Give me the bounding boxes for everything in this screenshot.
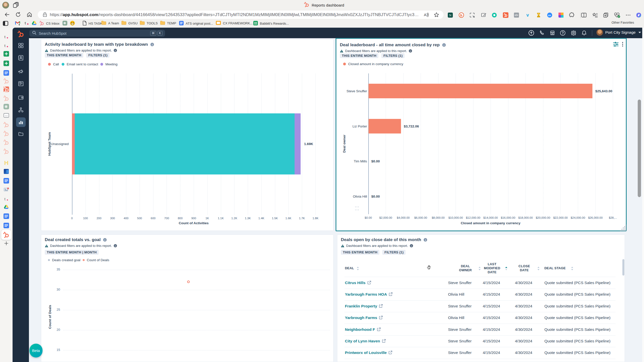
bookmark-item[interactable]: TOOLS xyxy=(140,21,158,26)
bookmark-item[interactable]: HS TASK xyxy=(82,21,102,26)
sort-icon[interactable] xyxy=(571,266,574,272)
notifications-icon[interactable] xyxy=(580,29,588,37)
filter-chip[interactable]: FILTERS (1) xyxy=(86,53,109,58)
column-header[interactable]: DEAL xyxy=(345,266,354,270)
bookmark-item[interactable] xyxy=(32,21,37,26)
ext-orange-icon[interactable]: b xyxy=(458,12,465,18)
info-icon[interactable]: i xyxy=(103,238,107,242)
sort-icon[interactable] xyxy=(537,266,540,272)
edge-sidebar-item-chatgpt[interactable]: ❋ xyxy=(3,103,10,110)
ext-collections-icon[interactable] xyxy=(602,12,609,18)
edge-sidebar-item-bluedoc[interactable] xyxy=(3,177,10,184)
edge-sidebar-item-window[interactable] xyxy=(3,112,10,119)
card-menu-icon[interactable] xyxy=(621,42,624,47)
deal-link[interactable]: Printworx of Louisville xyxy=(345,350,392,355)
edge-sidebar-item-sprofade[interactable] xyxy=(3,95,10,102)
edge-sidebar-item-sheetsplus[interactable] xyxy=(3,60,10,67)
nav-automations-icon[interactable] xyxy=(16,105,26,115)
deal-link[interactable]: Neighborhood F xyxy=(345,327,381,332)
ext-color-icon[interactable] xyxy=(558,12,564,18)
legend-item[interactable]: Meeting xyxy=(100,62,117,66)
ext-favorites-icon[interactable] xyxy=(592,12,598,18)
bookmark-item[interactable] xyxy=(70,21,75,26)
ext-vimeo-icon[interactable]: v xyxy=(525,12,531,18)
edge-sidebar-item-plus[interactable] xyxy=(3,240,10,247)
nav-commerce-icon[interactable] xyxy=(16,93,26,102)
ext-puzzle-icon[interactable] xyxy=(569,12,575,18)
bar[interactable] xyxy=(369,84,592,98)
ext-notion-icon[interactable]: N xyxy=(447,12,454,18)
bookmark-item[interactable]: ATS original post... xyxy=(179,21,213,26)
info-icon[interactable]: i xyxy=(442,43,446,47)
column-header[interactable]: LASTMODIFIEDDATE xyxy=(478,262,506,274)
column-header[interactable]: DEAL STAGE xyxy=(544,266,566,270)
bookmark-item[interactable]: CX FRAMEWORK... xyxy=(216,21,253,26)
edge-sidebar-item-tango[interactable]: t xyxy=(3,33,10,40)
deal-link[interactable]: City of Lynn Haven xyxy=(345,339,386,343)
deal-link[interactable]: Franklin Property xyxy=(345,304,383,308)
bookmark-item[interactable]: CS Inbox xyxy=(39,21,59,26)
edge-sidebar-item-sheetsplus[interactable] xyxy=(3,50,10,57)
filter-chip[interactable]: FILTERS (1) xyxy=(382,250,406,255)
report-card-activity-leaderboard[interactable]: Activity leaderboard by team with type b… xyxy=(41,39,334,231)
bookmark-item[interactable]: Babbitt's Rewards... xyxy=(253,21,289,26)
info-icon[interactable]: i xyxy=(410,244,413,247)
edge-sidebar-item-bluedoc[interactable] xyxy=(3,222,10,229)
ext-hubspot-icon[interactable] xyxy=(502,12,509,18)
ext-essentials-icon[interactable] xyxy=(614,12,620,18)
column-header[interactable]: CLOSEDATE xyxy=(510,264,538,272)
ext-hourglass-icon[interactable] xyxy=(535,12,542,18)
edge-sidebar-item-yellowh[interactable] xyxy=(3,159,10,166)
edge-sidebar-item-bluegrad[interactable] xyxy=(3,168,10,175)
report-card-deal-goal[interactable]: Deal created totals vs. goaliDashboard f… xyxy=(41,235,334,362)
edge-sidebar-item-tango[interactable]: t xyxy=(3,42,10,49)
filter-chip[interactable]: THIS ENTIRE MONTH xyxy=(45,53,83,58)
ext-capture-icon[interactable] xyxy=(469,12,475,18)
bar-segment-0[interactable] xyxy=(72,113,75,174)
account-menu[interactable]: Port City Signage xyxy=(596,29,641,36)
filter-chip[interactable]: THIS ENTIRE MONTH xyxy=(340,53,378,58)
edge-sidebar-item-sprofade[interactable] xyxy=(3,77,10,84)
active-tab[interactable]: Reports dashboard xyxy=(304,2,344,8)
sort-asc-icon[interactable] xyxy=(505,266,508,272)
info-icon[interactable]: i xyxy=(424,238,427,242)
legend-item[interactable]: Email sent to contact xyxy=(62,62,98,66)
report-card-deals-table[interactable]: Deals open by close date of this monthiD… xyxy=(337,235,625,362)
edge-sidebar-item-tgrey[interactable]: t xyxy=(3,196,10,203)
info-icon[interactable]: i xyxy=(150,43,154,46)
ext-more-icon[interactable] xyxy=(625,12,631,18)
edge-sidebar-item-sprofade[interactable] xyxy=(3,130,10,137)
bar-segment-2[interactable] xyxy=(295,113,301,174)
edge-sidebar-item-sprosolid[interactable] xyxy=(3,86,10,93)
nav-library-icon[interactable] xyxy=(16,129,26,139)
sidebar-toggle-icon[interactable] xyxy=(3,20,9,27)
card-settings-icon[interactable] xyxy=(613,41,619,47)
deal-link[interactable]: Yarbrough Farms HOA xyxy=(345,292,393,297)
legend-item[interactable]: Closed amount in company currency xyxy=(343,62,403,66)
marketplace-icon[interactable] xyxy=(549,29,556,37)
bar-segment-1[interactable] xyxy=(75,113,295,174)
filter-chip[interactable]: THIS ENTIRE MONTH | MONTH xyxy=(45,250,99,255)
deal-link[interactable]: Citrus Hills xyxy=(345,281,371,285)
upgrade-icon[interactable] xyxy=(528,29,535,37)
filter-chip[interactable]: THIS ENTIRE MONTH xyxy=(341,250,379,255)
column-header[interactable]: DEALOWNER xyxy=(452,264,479,272)
sort-icon[interactable] xyxy=(356,266,359,272)
bookmark-item[interactable]: A Team xyxy=(101,21,119,26)
edge-sidebar-item-sprofade[interactable] xyxy=(3,148,10,155)
nav-content-icon[interactable] xyxy=(16,79,26,88)
ext-copilot-icon[interactable] xyxy=(635,12,642,18)
edge-sidebar-item-bluedoc[interactable] xyxy=(3,213,10,220)
settings-icon[interactable] xyxy=(570,29,577,37)
phone-icon[interactable] xyxy=(538,29,546,37)
workspaces-icon[interactable] xyxy=(13,2,19,10)
search-input[interactable]: Search HubSpot ⌘ K xyxy=(29,30,165,37)
bookmark-item[interactable]: TEMP xyxy=(160,21,176,26)
nav-reporting-icon[interactable] xyxy=(16,117,26,127)
deal-link[interactable]: Yarbrough Farms xyxy=(345,315,383,320)
ext-zoom-icon[interactable]: zm xyxy=(546,12,553,18)
bookmark-item[interactable]: GVSU xyxy=(121,21,138,26)
info-icon[interactable]: i xyxy=(409,49,412,53)
ext-splitscreen-icon[interactable] xyxy=(581,12,587,18)
edge-sidebar-item-sprofade[interactable] xyxy=(3,121,10,128)
